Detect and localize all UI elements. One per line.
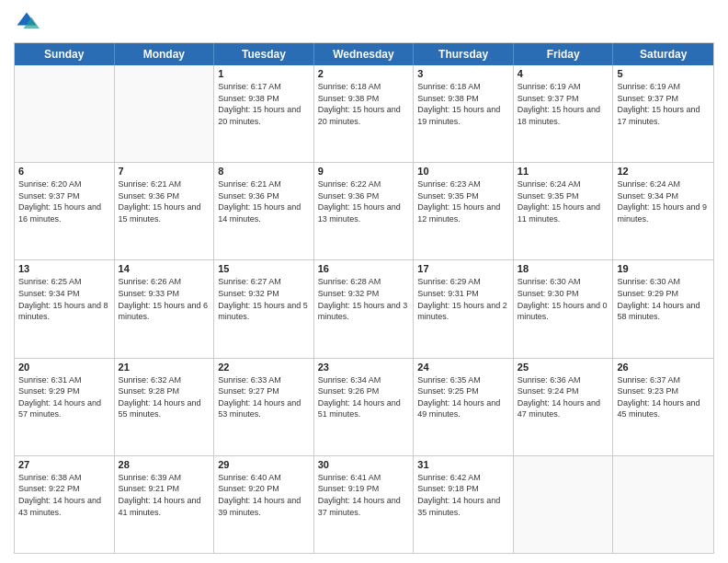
day-number: 21 [119,362,210,373]
calendar-day-11: 11Sunrise: 6:24 AM Sunset: 9:35 PM Dayli… [514,163,614,259]
header-day-friday: Friday [514,43,614,65]
day-number: 20 [18,362,110,373]
calendar-day-10: 10Sunrise: 6:23 AM Sunset: 9:35 PM Dayli… [414,163,514,259]
day-info: Sunrise: 6:29 AM Sunset: 9:31 PM Dayligh… [417,276,509,322]
day-number: 8 [218,166,310,177]
day-number: 11 [518,166,609,177]
day-number: 23 [318,362,410,373]
day-info: Sunrise: 6:24 AM Sunset: 9:35 PM Dayligh… [518,178,609,224]
calendar-day-4: 4Sunrise: 6:19 AM Sunset: 9:37 PM Daylig… [514,65,614,162]
day-number: 9 [318,166,410,177]
day-info: Sunrise: 6:36 AM Sunset: 9:24 PM Dayligh… [518,374,609,420]
calendar-empty-cell [514,456,614,553]
calendar-week-4: 20Sunrise: 6:31 AM Sunset: 9:29 PM Dayli… [15,359,713,456]
day-info: Sunrise: 6:42 AM Sunset: 9:18 PM Dayligh… [417,472,509,518]
calendar-day-22: 22Sunrise: 6:33 AM Sunset: 9:27 PM Dayli… [214,359,314,455]
calendar-day-8: 8Sunrise: 6:21 AM Sunset: 9:36 PM Daylig… [214,163,314,259]
day-info: Sunrise: 6:31 AM Sunset: 9:29 PM Dayligh… [18,374,110,420]
day-number: 27 [18,459,110,470]
day-number: 3 [417,68,509,79]
calendar-day-1: 1Sunrise: 6:17 AM Sunset: 9:38 PM Daylig… [214,65,314,162]
day-info: Sunrise: 6:40 AM Sunset: 9:20 PM Dayligh… [218,472,310,518]
day-info: Sunrise: 6:39 AM Sunset: 9:21 PM Dayligh… [119,472,210,518]
day-info: Sunrise: 6:32 AM Sunset: 9:28 PM Dayligh… [119,374,210,420]
day-number: 12 [617,166,710,177]
calendar-day-14: 14Sunrise: 6:26 AM Sunset: 9:33 PM Dayli… [115,260,215,357]
day-number: 6 [18,166,110,177]
calendar-day-21: 21Sunrise: 6:32 AM Sunset: 9:28 PM Dayli… [115,359,215,455]
day-number: 13 [18,263,110,274]
calendar-header-row: SundayMondayTuesdayWednesdayThursdayFrid… [15,43,713,65]
day-number: 4 [518,68,609,79]
day-number: 15 [218,263,310,274]
calendar-day-12: 12Sunrise: 6:24 AM Sunset: 9:34 PM Dayli… [613,163,713,259]
calendar-day-25: 25Sunrise: 6:36 AM Sunset: 9:24 PM Dayli… [514,359,614,455]
day-number: 29 [218,459,310,470]
day-number: 10 [417,166,509,177]
calendar-day-13: 13Sunrise: 6:25 AM Sunset: 9:34 PM Dayli… [15,260,115,357]
day-info: Sunrise: 6:19 AM Sunset: 9:37 PM Dayligh… [518,81,609,127]
day-number: 26 [617,362,710,373]
calendar-day-18: 18Sunrise: 6:30 AM Sunset: 9:30 PM Dayli… [514,260,614,357]
header-day-wednesday: Wednesday [314,43,415,65]
header-day-monday: Monday [115,43,215,65]
day-info: Sunrise: 6:27 AM Sunset: 9:32 PM Dayligh… [218,276,310,322]
calendar-day-5: 5Sunrise: 6:19 AM Sunset: 9:37 PM Daylig… [613,65,713,162]
day-info: Sunrise: 6:20 AM Sunset: 9:37 PM Dayligh… [18,178,110,224]
day-info: Sunrise: 6:34 AM Sunset: 9:26 PM Dayligh… [318,374,410,420]
calendar-day-26: 26Sunrise: 6:37 AM Sunset: 9:23 PM Dayli… [613,359,713,455]
calendar-day-19: 19Sunrise: 6:30 AM Sunset: 9:29 PM Dayli… [613,260,713,357]
calendar-body: 1Sunrise: 6:17 AM Sunset: 9:38 PM Daylig… [15,65,713,553]
day-info: Sunrise: 6:18 AM Sunset: 9:38 PM Dayligh… [417,81,509,127]
day-number: 28 [119,459,210,470]
day-info: Sunrise: 6:24 AM Sunset: 9:34 PM Dayligh… [617,178,710,224]
day-number: 5 [617,68,710,79]
page: SundayMondayTuesdayWednesdayThursdayFrid… [0,0,728,563]
header-day-sunday: Sunday [15,43,115,65]
header-day-saturday: Saturday [613,43,713,65]
day-number: 14 [119,263,210,274]
calendar-day-7: 7Sunrise: 6:21 AM Sunset: 9:36 PM Daylig… [115,163,215,259]
calendar-empty-cell [15,65,115,162]
day-number: 16 [318,263,410,274]
day-info: Sunrise: 6:30 AM Sunset: 9:29 PM Dayligh… [617,276,710,322]
day-number: 19 [617,263,710,274]
header-day-thursday: Thursday [414,43,514,65]
day-info: Sunrise: 6:19 AM Sunset: 9:37 PM Dayligh… [617,81,710,127]
calendar-day-29: 29Sunrise: 6:40 AM Sunset: 9:20 PM Dayli… [214,456,314,553]
day-number: 31 [417,459,509,470]
calendar-day-24: 24Sunrise: 6:35 AM Sunset: 9:25 PM Dayli… [414,359,514,455]
day-info: Sunrise: 6:33 AM Sunset: 9:27 PM Dayligh… [218,374,310,420]
day-number: 1 [218,68,310,79]
day-info: Sunrise: 6:22 AM Sunset: 9:36 PM Dayligh… [318,178,410,224]
day-number: 22 [218,362,310,373]
day-info: Sunrise: 6:38 AM Sunset: 9:22 PM Dayligh… [18,472,110,518]
calendar-week-3: 13Sunrise: 6:25 AM Sunset: 9:34 PM Dayli… [15,260,713,358]
day-number: 18 [518,263,609,274]
day-info: Sunrise: 6:25 AM Sunset: 9:34 PM Dayligh… [18,276,110,322]
calendar-day-23: 23Sunrise: 6:34 AM Sunset: 9:26 PM Dayli… [314,359,415,455]
calendar-day-28: 28Sunrise: 6:39 AM Sunset: 9:21 PM Dayli… [115,456,215,553]
day-info: Sunrise: 6:35 AM Sunset: 9:25 PM Dayligh… [417,374,509,420]
calendar-day-2: 2Sunrise: 6:18 AM Sunset: 9:38 PM Daylig… [314,65,415,162]
day-info: Sunrise: 6:37 AM Sunset: 9:23 PM Dayligh… [617,374,710,420]
day-info: Sunrise: 6:21 AM Sunset: 9:36 PM Dayligh… [218,178,310,224]
calendar-week-2: 6Sunrise: 6:20 AM Sunset: 9:37 PM Daylig… [15,163,713,260]
day-info: Sunrise: 6:30 AM Sunset: 9:30 PM Dayligh… [518,276,609,322]
day-info: Sunrise: 6:18 AM Sunset: 9:38 PM Dayligh… [318,81,410,127]
logo-icon [14,9,40,35]
day-info: Sunrise: 6:23 AM Sunset: 9:35 PM Dayligh… [417,178,509,224]
day-info: Sunrise: 6:26 AM Sunset: 9:33 PM Dayligh… [119,276,210,322]
calendar-week-1: 1Sunrise: 6:17 AM Sunset: 9:38 PM Daylig… [15,65,713,163]
day-number: 2 [318,68,410,79]
header-day-tuesday: Tuesday [214,43,314,65]
day-number: 25 [518,362,609,373]
calendar-day-20: 20Sunrise: 6:31 AM Sunset: 9:29 PM Dayli… [15,359,115,455]
day-info: Sunrise: 6:41 AM Sunset: 9:19 PM Dayligh… [318,472,410,518]
day-number: 7 [119,166,210,177]
calendar-empty-cell [115,65,215,162]
calendar-week-5: 27Sunrise: 6:38 AM Sunset: 9:22 PM Dayli… [15,456,713,553]
calendar: SundayMondayTuesdayWednesdayThursdayFrid… [14,42,714,554]
day-info: Sunrise: 6:28 AM Sunset: 9:32 PM Dayligh… [318,276,410,322]
calendar-empty-cell [613,456,713,553]
